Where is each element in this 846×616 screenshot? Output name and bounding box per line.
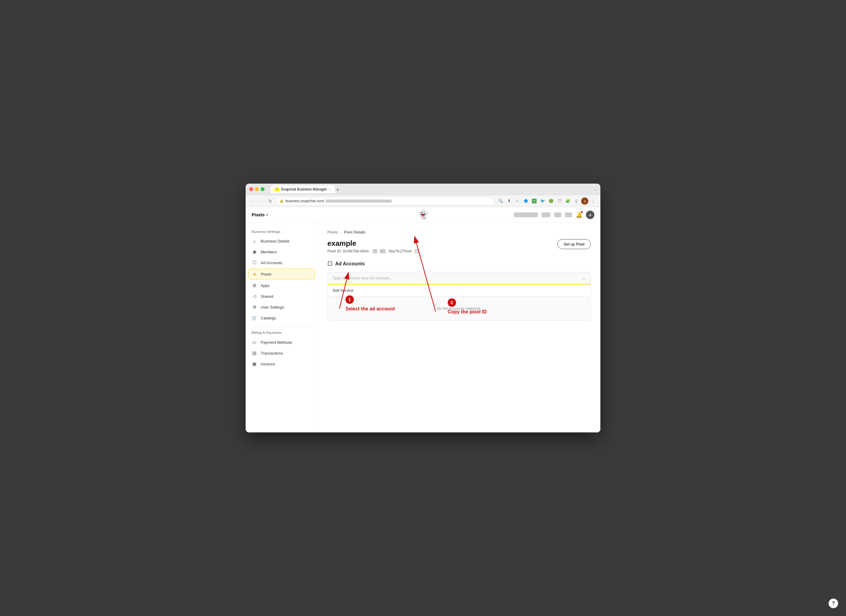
badge-1-circle: 1: [345, 295, 354, 304]
browser-tabs: 👻 Snapchat Business Manager × +: [270, 185, 591, 193]
sidebar-item-invoices[interactable]: ▣ Invoices: [245, 358, 317, 369]
annotation-text-1: Select the ad account: [345, 306, 395, 312]
browser-window: 👻 Snapchat Business Manager × + ⌄ ← → ↻ …: [245, 183, 601, 433]
pixel-id-row: Pixel ID: 6c5fe7bb-684c- 3ba7fc27fcb4 📋: [328, 249, 419, 253]
page-title-block: example Pixel ID: 6c5fe7bb-684c- 3ba7fc2…: [328, 239, 419, 253]
user-avatar-header[interactable]: a: [586, 211, 594, 219]
help-icon: ?: [832, 601, 835, 606]
bookmark-icon[interactable]: ☆: [514, 197, 521, 205]
tab-favicon: 👻: [275, 187, 279, 191]
shared-icon: ◁: [252, 293, 257, 299]
new-tab-button[interactable]: +: [336, 187, 339, 193]
catalogs-icon: 🛒: [252, 315, 257, 321]
tab-close-icon[interactable]: ×: [329, 188, 330, 191]
settings-icon: ⚙: [252, 304, 257, 310]
annotation-badge-2: 2 Copy the pixel ID: [448, 298, 487, 315]
sidebar-item-shared[interactable]: ◁ Shared: [245, 291, 317, 302]
pixel-id-prefix: Pixel ID: 6c5fe7bb-684c-: [328, 249, 370, 253]
sidebar-label-payment-methods: Payment Methods: [261, 340, 292, 345]
address-bar[interactable]: 🔒 business.snapchat.com/: [276, 197, 495, 205]
browser-titlebar: 👻 Snapchat Business Manager × + ⌄: [245, 183, 601, 195]
setup-pixel-button[interactable]: Set up Pixel: [557, 239, 591, 249]
search-icon[interactable]: 🔍: [497, 197, 504, 205]
invoices-icon: ▣: [252, 361, 257, 367]
sidebar-item-ad-accounts[interactable]: ☐ Ad Accounts: [245, 257, 317, 268]
extension-icon-1[interactable]: 🔷: [522, 197, 529, 205]
payment-icon: ▭: [252, 340, 257, 345]
sidebar-label-catalogs: Catalogs: [261, 316, 276, 320]
breadcrumb-current: Pixel Details: [344, 230, 366, 235]
share-icon[interactable]: ⬆: [505, 197, 513, 205]
dropdown-chevron-icon: ⌄: [582, 276, 586, 280]
header-blurred-4: [565, 213, 572, 217]
sidebar: Business Settings ⌂ Business Details ◉ M…: [245, 223, 318, 433]
active-tab[interactable]: 👻 Snapchat Business Manager ×: [270, 185, 335, 193]
annotation-area: No Ad Accounts selected.: [328, 296, 591, 321]
browser-navbar: ← → ↻ 🔒 business.snapchat.com/ 🔍 ⬆ ☆ 🔷 M…: [245, 195, 601, 207]
forward-button[interactable]: →: [258, 197, 265, 205]
pixels-dropdown[interactable]: Pixels ∨: [252, 212, 268, 217]
extension-icon-2[interactable]: M: [531, 197, 538, 205]
sidebar-item-catalogs[interactable]: 🛒 Catalogs: [245, 312, 317, 323]
sidebar-label-shared: Shared: [261, 294, 273, 299]
breadcrumb-separator: ›: [340, 230, 342, 235]
content-area: Pixels › Pixel Details example Pixel ID:…: [318, 223, 601, 433]
lock-icon: 🔒: [280, 199, 284, 203]
browser-nav-icons: 🔍 ⬆ ☆ 🔷 M 🐦 🟢 🛡 🧩 ▯ a ⋮: [497, 197, 597, 205]
breadcrumb-pixels-link[interactable]: Pixels: [328, 230, 338, 235]
sidebar-item-user-settings[interactable]: ⚙ User Settings: [245, 302, 317, 312]
address-blurred: [326, 199, 392, 202]
dropdown-input-row[interactable]: Type to connect new Ad Account... ⌄: [328, 272, 590, 285]
self-service-option[interactable]: Self Service: [328, 285, 590, 296]
sidebar-toggle-icon[interactable]: ▯: [573, 197, 580, 205]
sidebar-item-transactions[interactable]: ▤ Transactions: [245, 348, 317, 358]
ad-accounts-section-header: ☐ Ad Accounts: [328, 261, 591, 267]
minimize-button[interactable]: [255, 187, 259, 191]
sidebar-label-transactions: Transactions: [261, 351, 283, 355]
help-button[interactable]: ?: [828, 598, 839, 609]
tab-title: Snapchat Business Manager: [281, 187, 327, 191]
annotation-badge-1: 1 Select the ad account: [345, 295, 395, 312]
sidebar-item-pixels[interactable]: ◈ Pixels: [248, 268, 315, 279]
sidebar-label-business-details: Business Details: [261, 239, 289, 243]
close-button[interactable]: [249, 187, 253, 191]
header-blurred-2: [542, 213, 551, 217]
notification-bell[interactable]: 🔔: [576, 211, 582, 218]
pixel-id-blurred-2: [380, 249, 386, 253]
pixel-id-blurred-1: [373, 249, 377, 253]
refresh-button[interactable]: ↻: [267, 197, 273, 205]
sidebar-label-apps: Apps: [261, 283, 270, 288]
app-shell: Pixels ∨ 👻 🔔 a Business Setting: [245, 207, 601, 433]
pixels-label: Pixels: [252, 212, 264, 217]
traffic-lights: [249, 187, 264, 191]
header-right: 🔔 a: [514, 211, 594, 219]
maximize-button[interactable]: [261, 187, 264, 191]
folder-icon: ☐: [328, 261, 332, 267]
header-blurred-3: [554, 213, 561, 217]
extension-icon-4[interactable]: 🟢: [548, 197, 555, 205]
copy-pixel-id-icon[interactable]: 📋: [414, 249, 419, 253]
pixels-icon: ◈: [252, 271, 257, 277]
back-button[interactable]: ←: [249, 197, 256, 205]
extension-icon-3[interactable]: 🐦: [539, 197, 546, 205]
browser-profile-avatar[interactable]: a: [581, 197, 588, 205]
apps-icon: ⊞: [252, 283, 257, 288]
breadcrumb: Pixels › Pixel Details: [328, 230, 591, 235]
sidebar-item-business-details[interactable]: ⌂ Business Details: [245, 236, 317, 246]
sidebar-item-members[interactable]: ◉ Members: [245, 246, 317, 257]
annotation-text-2: Copy the pixel ID: [448, 309, 487, 315]
more-options-button[interactable]: ⋮: [590, 197, 597, 205]
notification-dot: [580, 211, 583, 213]
address-text: business.snapchat.com/: [286, 199, 325, 203]
sidebar-label-invoices: Invoices: [261, 362, 275, 366]
dropdown-placeholder: Type to connect new Ad Account...: [332, 276, 582, 280]
window-controls: ⌄: [594, 187, 597, 191]
sidebar-item-apps[interactable]: ⊞ Apps: [245, 280, 317, 291]
ad-account-dropdown-container: Type to connect new Ad Account... ⌄ Self…: [328, 272, 591, 296]
business-settings-title: Business Settings: [245, 230, 317, 233]
sidebar-item-payment-methods[interactable]: ▭ Payment Methods: [245, 337, 317, 348]
billing-payments-title: Billing & Payments: [245, 331, 317, 334]
extensions-button[interactable]: 🧩: [564, 197, 571, 205]
header-blurred-1: [514, 213, 538, 217]
extension-icon-5[interactable]: 🛡: [556, 197, 563, 205]
